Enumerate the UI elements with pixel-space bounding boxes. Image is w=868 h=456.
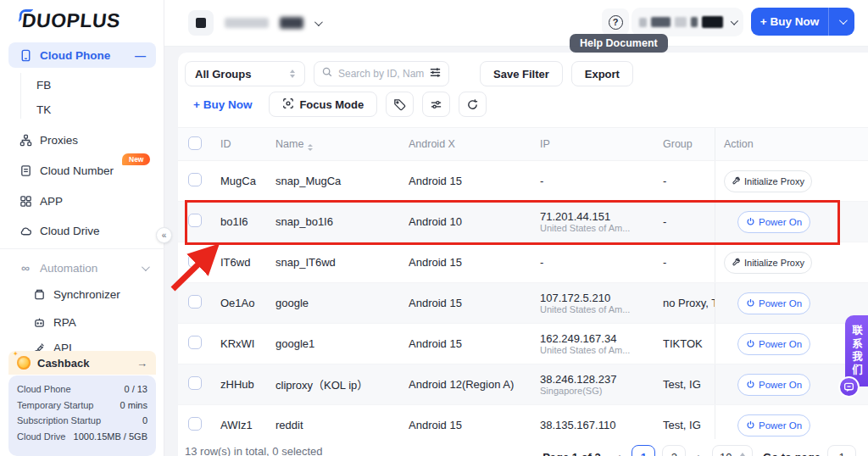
page-size-select[interactable]: 10 <box>712 445 753 456</box>
chat-bubble-icon[interactable] <box>838 376 860 398</box>
cell-action: Power On··· <box>715 202 868 242</box>
sidebar-item-synchronizer[interactable]: Synchronizer <box>32 284 120 304</box>
account-text-redacted <box>675 17 686 27</box>
cell-ip: 107.172.5.210United States of Am... <box>540 292 663 315</box>
cell-group: Test, IG <box>663 419 715 431</box>
sidebar-item-cloud-phone[interactable]: Cloud Phone — <box>8 42 156 68</box>
account-avatar-redacted <box>639 18 647 27</box>
app-grid-icon <box>19 194 32 208</box>
cell-name: reddit <box>275 419 409 431</box>
sidebar-item-app[interactable]: APP <box>19 191 63 211</box>
power-on-button[interactable]: Power On <box>737 414 810 437</box>
sidebar-item-label: Cloud Phone <box>40 49 110 62</box>
cell-group: TIKTOK <box>663 337 715 350</box>
cell-android: Android 12(Region A) <box>409 378 540 391</box>
cell-id: AWIz1 <box>220 419 275 431</box>
cashback-banner[interactable]: Cashback → <box>8 351 156 375</box>
chevron-down-icon <box>142 263 150 271</box>
cell-ip: 71.201.44.151United States of Am... <box>540 210 663 234</box>
stat-row: Subscription Startup0 <box>17 413 147 429</box>
cell-ip: - <box>540 256 663 269</box>
stat-row: Temporary Startup0 mins <box>17 398 147 414</box>
collapse-group-icon[interactable]: — <box>135 49 146 62</box>
select-arrows-icon <box>740 453 745 456</box>
table-row[interactable]: IT6wd snap_IT6wd Android 15 - - Initiali… <box>178 242 868 283</box>
table-footer: 13 row(s) in total, 0 selected Page 1 of… <box>178 439 868 456</box>
cell-group: - <box>663 215 715 228</box>
page-button-2[interactable]: 2 <box>662 445 686 456</box>
workspace-name-redacted <box>225 18 269 28</box>
question-mark-icon: ? <box>609 15 623 30</box>
table-row[interactable]: MugCa snap_MugCa Android 15 - - Initiali… <box>178 161 868 202</box>
cell-action: Initialize Proxy··· <box>715 161 868 201</box>
rpa-robot-icon <box>32 315 46 329</box>
coin-icon <box>17 356 31 370</box>
row-checkbox[interactable] <box>188 214 202 227</box>
cell-action: Initialize Proxy··· <box>715 242 868 282</box>
account-text-redacted <box>702 16 723 28</box>
duoplus-logo: DUOPLUS <box>21 9 122 32</box>
power-on-button[interactable]: Power On <box>737 292 810 314</box>
buy-now-dropdown[interactable] <box>829 19 854 25</box>
account-menu[interactable] <box>632 8 743 36</box>
account-text-redacted <box>651 17 670 27</box>
cell-ip: 38.246.128.237Singapore(SG) <box>540 373 663 397</box>
sidebar-item-cloud-drive[interactable]: Cloud Drive <box>19 220 100 241</box>
row-checkbox[interactable] <box>188 336 202 349</box>
buy-now-label[interactable]: + Buy Now <box>751 15 828 28</box>
next-page-button[interactable]: › <box>693 450 705 456</box>
cell-android: Android 15 <box>409 419 540 431</box>
cell-ip: 162.249.167.34United States of Am... <box>540 332 663 356</box>
sidebar-divider <box>0 248 164 249</box>
row-summary: 13 row(s) in total, 0 selected <box>185 445 323 456</box>
chevron-down-icon <box>314 18 323 26</box>
workspace-switcher[interactable] <box>188 10 320 36</box>
cell-name: google <box>275 297 409 309</box>
sidebar: DUOPLUS Cloud Phone — FB TK Proxies Clou… <box>0 0 164 456</box>
sidebar-item-automation[interactable]: ∞ Automation <box>19 258 147 278</box>
table-row[interactable]: bo1I6 snap_bo1I6 Android 10 71.201.44.15… <box>178 202 868 242</box>
table-row[interactable]: Oe1Ao google Android 15 107.172.5.210Uni… <box>178 283 868 324</box>
topbar: ? + Buy Now <box>164 0 868 47</box>
row-checkbox[interactable] <box>188 173 202 186</box>
goto-page-input[interactable]: 1 <box>827 445 856 456</box>
cell-name: snap_bo1I6 <box>275 215 409 228</box>
automation-icon: ∞ <box>19 261 32 275</box>
row-checkbox[interactable] <box>188 295 202 309</box>
power-on-button[interactable]: Power On <box>737 374 810 396</box>
sidebar-collapse-button[interactable]: « <box>156 227 172 243</box>
buy-now-split-button[interactable]: + Buy Now <box>751 8 854 36</box>
sidebar-item-fb[interactable]: FB <box>36 75 51 95</box>
help-tooltip: Help Document <box>570 34 668 53</box>
cell-name: snap_IT6wd <box>275 256 409 269</box>
sidebar-item-rpa[interactable]: RPA <box>32 312 76 332</box>
quota-stats-panel: Cloud Phone0 / 13 Temporary Startup0 min… <box>8 375 156 456</box>
cell-id: KRxWI <box>220 337 275 350</box>
sidebar-item-cloud-number[interactable]: Cloud Number New <box>19 160 114 181</box>
power-on-button[interactable]: Power On <box>737 211 810 233</box>
table-row[interactable]: KRxWI google1 Android 15 162.249.167.34U… <box>178 324 868 364</box>
row-checkbox[interactable] <box>188 254 202 268</box>
initialize-proxy-button[interactable]: Initialize Proxy <box>724 252 812 274</box>
stat-row: Cloud Phone0 / 13 <box>17 381 147 398</box>
power-on-button[interactable]: Power On <box>737 333 810 355</box>
prev-page-button[interactable]: ‹ <box>613 450 626 456</box>
main-panel: All Groups Save Filter Export + Buy Now … <box>178 53 868 456</box>
sidebar-item-proxies[interactable]: Proxies <box>19 130 78 150</box>
sidebar-item-tk[interactable]: TK <box>36 99 51 120</box>
table-row[interactable]: zHHub cliproxy（KOL ip） Android 12(Region… <box>178 364 868 405</box>
cell-android: Android 15 <box>409 337 540 350</box>
cloud-drive-icon <box>19 224 32 237</box>
cell-id: bo1I6 <box>220 215 275 228</box>
help-button[interactable]: ? <box>602 8 629 36</box>
row-checkbox[interactable] <box>188 417 202 431</box>
page-button-1[interactable]: 1 <box>632 445 655 456</box>
cell-group: no Proxy, Te <box>663 297 715 309</box>
cell-ip: 38.135.167.110 <box>540 419 663 431</box>
row-checkbox[interactable] <box>188 376 202 390</box>
initialize-proxy-button[interactable]: Initialize Proxy <box>724 170 812 192</box>
stat-row: Cloud Drive1000.15MB / 5GB <box>17 429 147 445</box>
cell-android: Android 15 <box>409 175 540 187</box>
cell-group: - <box>663 256 715 269</box>
chevron-down-icon <box>731 17 738 25</box>
